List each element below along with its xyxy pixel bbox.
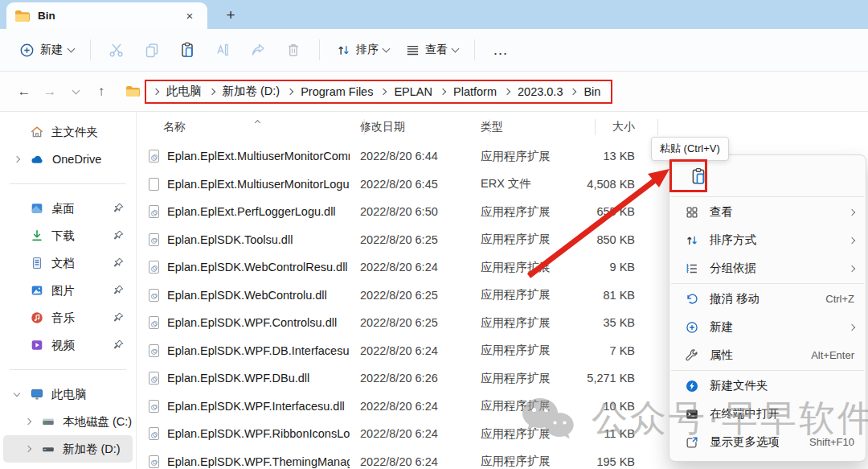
cloud-icon [30, 152, 45, 167]
grid-icon [685, 205, 699, 220]
open-external-icon [685, 435, 699, 450]
breadcrumb[interactable]: 此电脑 新加卷 (D:) Program Files EPLAN Platfor… [125, 78, 612, 105]
menu-item-label: 显示更多选项 [710, 434, 799, 450]
sidebar-item-home[interactable]: 主文件夹 [3, 118, 133, 146]
share-icon [250, 42, 266, 58]
file-size: 9 KB [575, 261, 639, 274]
column-separator[interactable] [657, 119, 658, 135]
paste-icon [179, 42, 195, 58]
command-bar: 新建 排序 查看 … [0, 29, 868, 72]
sidebar-item-label: 新加卷 (D:) [63, 442, 121, 457]
sidebar-item-documents[interactable]: 文档 [3, 249, 133, 277]
new-tab-button[interactable]: + [219, 3, 243, 27]
pin-icon [113, 202, 125, 214]
column-separator[interactable] [489, 119, 490, 135]
menu-item-sort-by[interactable]: 排序方式 [669, 226, 866, 254]
menu-item-open-in-terminal[interactable]: 在终端中打开 [669, 400, 866, 428]
column-header-name[interactable]: 名称 [149, 120, 350, 134]
chevron-down-icon [383, 45, 391, 53]
view-icon [405, 43, 420, 58]
breadcrumb-segment[interactable]: Platform [449, 83, 501, 101]
sidebar-item-videos[interactable]: 视频 [3, 331, 133, 359]
file-name: Eplan.EplExt.MultiuserMonitorLogu.e... [167, 178, 350, 191]
column-header-date[interactable]: 修改日期 [350, 120, 470, 134]
column-separator[interactable] [364, 119, 365, 135]
dll-file-icon [149, 455, 159, 468]
sidebar-item-downloads[interactable]: 下载 [3, 222, 133, 249]
paste-button[interactable] [170, 35, 205, 64]
folder-icon [14, 10, 30, 23]
column-header-type[interactable]: 类型 [470, 120, 575, 134]
file-type: 应用程序扩展 [470, 260, 575, 275]
breadcrumb-segment[interactable]: 新加卷 (D:) [219, 81, 285, 101]
menu-item-undo-move[interactable]: 撤消 移动 Ctrl+Z [669, 285, 866, 313]
sidebar-item-onedrive[interactable]: OneDrive [3, 146, 133, 173]
file-size: 13 KB [575, 150, 639, 163]
toolbar-divider [319, 39, 320, 60]
sidebar-item-label: OneDrive [52, 153, 101, 166]
menu-item-new-folder[interactable]: 新建文件夹 [669, 372, 866, 400]
wrench-icon [685, 348, 699, 363]
file-type: 应用程序扩展 [470, 454, 575, 469]
sidebar-item-local-disk-c[interactable]: 本地磁盘 (C:) [3, 408, 133, 435]
file-type: 应用程序扩展 [470, 287, 575, 302]
column-separator[interactable] [595, 119, 596, 135]
copy-button[interactable] [134, 35, 170, 64]
forward-button[interactable]: → [37, 79, 63, 105]
collapse-chevron-icon[interactable] [11, 393, 23, 396]
sort-button[interactable]: 排序 [328, 35, 397, 64]
file-date: 2022/8/20 6:25 [350, 233, 470, 246]
up-button[interactable]: ↑ [88, 79, 114, 105]
menu-item-properties[interactable]: 属性 Alt+Enter [669, 341, 866, 369]
sidebar-item-desktop[interactable]: 桌面 [3, 195, 133, 222]
breadcrumb-segment[interactable]: Program Files [297, 83, 377, 101]
pin-icon [113, 229, 125, 241]
view-button[interactable]: 查看 [397, 35, 466, 64]
back-button[interactable]: ← [11, 79, 37, 105]
expand-chevron-icon[interactable] [11, 157, 23, 162]
share-button[interactable] [240, 35, 276, 64]
menu-item-show-more-options[interactable]: 显示更多选项 Shift+F10 [669, 428, 866, 456]
breadcrumb-segment[interactable]: 此电脑 [162, 81, 206, 101]
breadcrumb-chevron-icon [153, 88, 159, 94]
more-options-button[interactable]: … [483, 41, 518, 59]
recent-locations-button[interactable] [63, 79, 88, 105]
file-date: 2022/8/20 6:26 [350, 372, 470, 385]
expand-chevron-icon[interactable] [23, 419, 34, 424]
dll-file-icon [149, 261, 159, 274]
sidebar-item-label: 此电脑 [51, 387, 87, 402]
expand-chevron-icon[interactable] [23, 446, 34, 451]
sort-button-label: 排序 [356, 43, 379, 57]
sidebar-item-this-pc[interactable]: 此电脑 [3, 381, 133, 408]
menu-shortcut: Alt+Enter [811, 349, 854, 361]
file-type: 应用程序扩展 [470, 371, 575, 386]
sidebar-item-music[interactable]: 音乐 [3, 304, 133, 331]
document-icon [30, 256, 44, 270]
sidebar-item-pictures[interactable]: 图片 [3, 277, 133, 304]
sidebar-item-label: 视频 [51, 338, 75, 353]
music-icon [30, 311, 44, 325]
breadcrumb-segment[interactable]: Bin [579, 83, 604, 101]
paste-tooltip: 粘贴 (Ctrl+V) [651, 137, 729, 161]
sidebar-item-new-volume-d[interactable]: 新加卷 (D:) [3, 435, 133, 463]
tab-bin[interactable]: Bin × [6, 2, 207, 29]
breadcrumb-segment[interactable]: 2023.0.3 [514, 83, 567, 101]
column-header-size[interactable]: 大小 [575, 120, 639, 134]
menu-item-group-by[interactable]: 分组依据 [669, 254, 866, 282]
sort-icon [685, 233, 699, 248]
file-date: 2022/8/20 6:24 [350, 455, 470, 468]
file-date: 2022/8/20 6:24 [350, 400, 470, 413]
menu-item-new[interactable]: 新建 [669, 313, 866, 341]
breadcrumb-segment[interactable]: EPLAN [390, 83, 436, 101]
menu-item-view[interactable]: 查看 [669, 198, 866, 226]
cut-button[interactable] [99, 35, 134, 64]
sidebar-item-label: 主文件夹 [51, 125, 98, 140]
dll-file-icon [149, 233, 159, 246]
rename-button[interactable] [205, 35, 240, 64]
file-size: 4,508 KB [575, 178, 639, 191]
file-date: 2022/8/20 6:45 [350, 178, 470, 191]
tab-close-icon[interactable]: × [180, 6, 199, 26]
delete-button[interactable] [276, 35, 311, 64]
dll-file-icon [149, 289, 159, 302]
new-button[interactable]: 新建 [11, 35, 82, 64]
